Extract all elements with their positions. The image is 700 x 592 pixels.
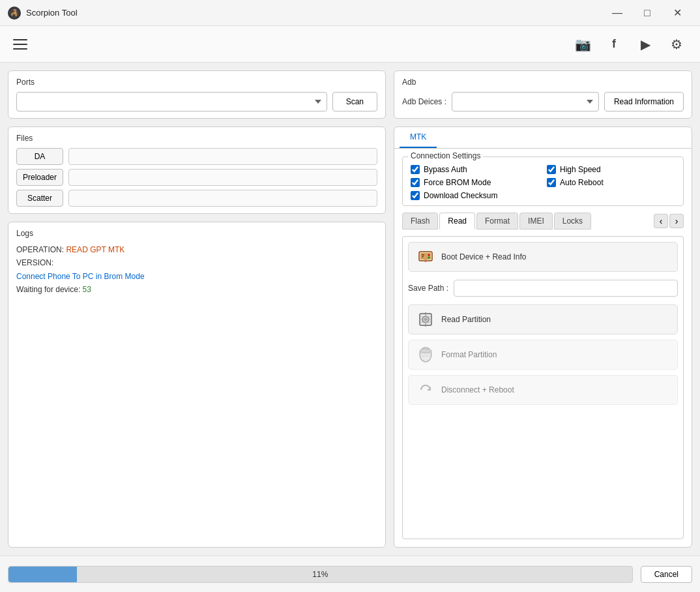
minimize-button[interactable]: — xyxy=(602,3,632,23)
ports-label: Ports xyxy=(16,78,377,87)
close-button[interactable]: ✕ xyxy=(662,3,692,23)
svg-point-6 xyxy=(428,257,430,259)
auto-reboot-checkbox[interactable] xyxy=(547,178,556,187)
preloader-file-row: Preloader xyxy=(16,169,377,186)
svg-rect-3 xyxy=(422,254,424,256)
youtube-icon: ▶ xyxy=(641,37,650,52)
progress-bar xyxy=(8,567,77,582)
bottom-bar: 11% Cancel xyxy=(0,555,700,592)
log-line-version: VERSION: xyxy=(16,256,377,269)
actions-panel: Boot Device + Read Info Save Path : xyxy=(402,236,684,539)
checkbox-auto-reboot[interactable]: Auto Reboot xyxy=(547,178,675,187)
tab-read[interactable]: Read xyxy=(439,213,475,229)
cancel-button[interactable]: Cancel xyxy=(641,566,692,583)
scatter-button[interactable]: Scatter xyxy=(16,190,63,207)
save-path-input[interactable] xyxy=(454,280,678,297)
read-info-button[interactable]: Read Information xyxy=(604,92,684,111)
toolbar: 📷 f ▶ ⚙ xyxy=(0,26,700,63)
tab-imei[interactable]: IMEI xyxy=(519,213,553,229)
format-partition-icon xyxy=(416,346,435,364)
youtube-button[interactable]: ▶ xyxy=(632,31,658,57)
svg-point-5 xyxy=(428,254,430,256)
disconnect-reboot-label: Disconnect + Reboot xyxy=(441,385,514,394)
progress-text: 11% xyxy=(312,570,328,579)
boot-device-button[interactable]: Boot Device + Read Info xyxy=(408,242,678,272)
high-speed-checkbox[interactable] xyxy=(547,165,556,174)
disconnect-reboot-button[interactable]: Disconnect + Reboot xyxy=(408,375,678,405)
ports-select[interactable] xyxy=(16,92,327,111)
mtk-tabs: MTK xyxy=(394,127,692,149)
left-panel: Ports Scan Files DA Preloader xyxy=(8,70,386,548)
tab-nav: ‹ › xyxy=(654,214,684,228)
progress-container: 11% xyxy=(8,566,633,583)
menu-button[interactable] xyxy=(10,37,30,52)
adb-devices-label: Adb Deices : xyxy=(402,97,446,106)
boot-device-icon xyxy=(416,248,435,266)
mtk-body: Connection Settings Bypass Auth High Spe… xyxy=(394,149,692,547)
svg-point-16 xyxy=(420,349,431,353)
adb-label: Adb xyxy=(402,78,684,87)
svg-rect-1 xyxy=(420,253,431,259)
action-tabs: Flash Read Format IMEI Locks ‹ › xyxy=(402,213,684,229)
da-file-row: DA xyxy=(16,148,377,165)
connection-settings: Connection Settings Bypass Auth High Spe… xyxy=(402,156,684,206)
files-grid: DA Preloader Scatter xyxy=(16,148,377,207)
window-controls: — □ ✕ xyxy=(602,3,692,23)
adb-section: Adb Adb Deices : Read Information xyxy=(394,70,692,119)
toolbar-right: 📷 f ▶ ⚙ xyxy=(570,31,690,57)
files-section: Files DA Preloader Scatter xyxy=(8,126,386,214)
maximize-button[interactable]: □ xyxy=(632,3,662,23)
svg-rect-4 xyxy=(422,256,424,258)
adb-row: Adb Deices : Read Information xyxy=(402,92,684,111)
tab-format[interactable]: Format xyxy=(476,213,518,229)
checkbox-high-speed[interactable]: High Speed xyxy=(547,165,675,174)
facebook-button[interactable]: f xyxy=(601,31,627,57)
tab-prev-button[interactable]: ‹ xyxy=(654,214,668,228)
scatter-file-row: Scatter xyxy=(16,190,377,207)
main-content: Ports Scan Files DA Preloader xyxy=(0,63,700,555)
toolbar-left xyxy=(10,37,30,52)
svg-rect-11 xyxy=(425,324,426,327)
title-bar: 🦂 Scorpion Tool — □ ✕ xyxy=(0,0,700,26)
bypass-auth-checkbox[interactable] xyxy=(411,165,420,174)
connection-settings-label: Connection Settings xyxy=(408,151,483,160)
camera-icon: 📷 xyxy=(575,37,591,52)
download-checksum-checkbox[interactable] xyxy=(411,191,420,200)
save-path-label: Save Path : xyxy=(408,284,448,293)
preloader-input[interactable] xyxy=(68,169,377,186)
save-path-row: Save Path : xyxy=(408,277,678,299)
format-partition-button[interactable]: Format Partition xyxy=(408,340,678,370)
checkbox-download-checksum[interactable]: Download Checksum xyxy=(411,191,539,200)
preloader-button[interactable]: Preloader xyxy=(16,169,63,186)
logs-section: Logs OPERATION: READ GPT MTK VERSION: Co… xyxy=(8,222,386,548)
facebook-icon: f xyxy=(612,37,616,51)
read-partition-icon xyxy=(416,310,435,329)
log-line-waiting: Waiting for device: 53 xyxy=(16,283,377,296)
read-partition-button[interactable]: Read Partition xyxy=(408,304,678,334)
scan-button[interactable]: Scan xyxy=(332,92,377,111)
ports-section: Ports Scan xyxy=(8,70,386,119)
settings-button[interactable]: ⚙ xyxy=(664,31,690,57)
force-brom-checkbox[interactable] xyxy=(411,178,420,187)
tab-flash[interactable]: Flash xyxy=(402,213,438,229)
da-button[interactable]: DA xyxy=(16,148,63,165)
tab-next-button[interactable]: › xyxy=(669,214,684,228)
mtk-panel: MTK Connection Settings Bypass Auth High… xyxy=(394,126,692,548)
log-line-connect: Connect Phone To PC in Brom Mode xyxy=(16,270,377,283)
svg-point-2 xyxy=(424,259,427,262)
camera-button[interactable]: 📷 xyxy=(570,31,596,57)
disconnect-reboot-icon xyxy=(416,381,435,399)
checkbox-bypass-auth[interactable]: Bypass Auth xyxy=(411,165,539,174)
checkbox-force-brom[interactable]: Force BROM Mode xyxy=(411,178,539,187)
boot-device-label: Boot Device + Read Info xyxy=(441,252,526,261)
adb-devices-select[interactable] xyxy=(452,92,599,111)
tab-mtk[interactable]: MTK xyxy=(400,127,437,148)
da-input[interactable] xyxy=(68,148,377,165)
gear-icon: ⚙ xyxy=(671,37,682,52)
logs-label: Logs xyxy=(16,229,377,238)
app-title: Scorpion Tool xyxy=(26,8,602,18)
tab-locks[interactable]: Locks xyxy=(554,213,591,229)
scatter-input[interactable] xyxy=(68,190,377,207)
app-icon: 🦂 xyxy=(8,7,21,20)
format-partition-label: Format Partition xyxy=(441,350,497,359)
